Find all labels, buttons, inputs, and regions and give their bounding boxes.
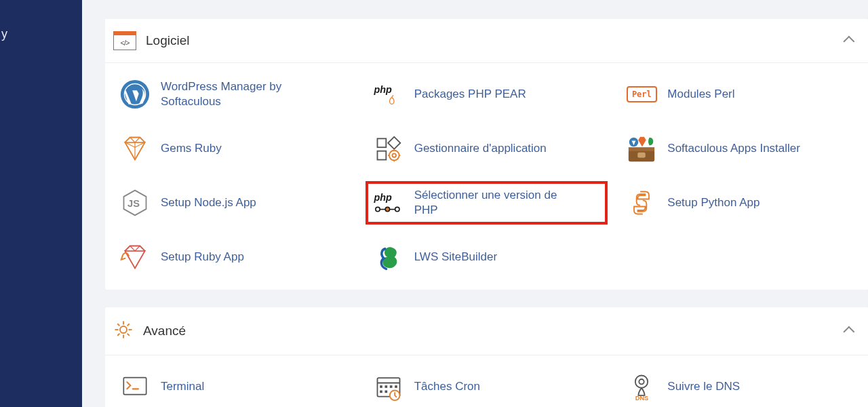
svg-line-28 <box>127 324 130 326</box>
main-content: Logiciel WordPress Manager by Softaculou… <box>82 0 868 407</box>
sitebuilder-icon <box>372 241 405 273</box>
item-setup-python[interactable]: Setup Python App <box>621 184 859 222</box>
svg-point-40 <box>639 379 644 384</box>
python-icon <box>625 187 658 219</box>
php-select-icon: php <box>372 187 405 219</box>
item-label: Setup Ruby App <box>161 250 244 265</box>
svg-point-15 <box>375 207 379 211</box>
softaculous-icon <box>625 132 658 165</box>
sidebar-text-fragment: y <box>0 27 82 41</box>
item-gems-ruby[interactable]: Gems Ruby <box>115 130 352 168</box>
item-label: Suivre le DNS <box>667 379 740 394</box>
svg-rect-37 <box>384 391 387 393</box>
php-pear-icon: php <box>372 78 405 111</box>
svg-line-26 <box>127 334 130 336</box>
chevron-up-icon[interactable] <box>846 326 854 336</box>
item-setup-nodejs[interactable]: JS Setup Node.js App <box>115 184 352 222</box>
svg-rect-34 <box>389 385 392 388</box>
svg-line-27 <box>117 334 119 336</box>
item-label: Softaculous Apps Installer <box>667 141 800 156</box>
svg-rect-6 <box>377 151 386 160</box>
item-app-manager[interactable]: Gestionnaire d'application <box>368 130 606 168</box>
cron-icon <box>372 370 405 403</box>
dns-icon: DNS <box>625 370 658 403</box>
item-terminal[interactable]: Terminal <box>115 368 352 406</box>
svg-point-17 <box>395 207 399 211</box>
terminal-icon <box>119 370 151 403</box>
ruby-setup-icon <box>119 241 151 273</box>
item-lws-sitebuilder[interactable]: LWS SiteBuilder <box>368 238 606 276</box>
item-softaculous-installer[interactable]: Softaculous Apps Installer <box>621 130 859 168</box>
perl-icon: Perl <box>625 78 658 111</box>
svg-rect-32 <box>380 385 382 388</box>
item-php-version-select[interactable]: php Sélectionner une version de PHP <box>368 184 606 222</box>
svg-rect-11 <box>638 153 646 158</box>
panel-avance: Avancé Terminal <box>105 307 868 407</box>
item-label: Sélectionner une version de PHP <box>414 188 564 218</box>
svg-text:JS: JS <box>127 198 140 209</box>
ruby-gem-icon <box>119 132 151 165</box>
item-label: Gems Ruby <box>161 141 222 156</box>
svg-rect-29 <box>123 378 146 395</box>
nodejs-icon: JS <box>119 187 151 219</box>
item-label: LWS SiteBuilder <box>414 250 498 265</box>
svg-rect-10 <box>629 147 654 151</box>
code-window-icon <box>113 31 136 50</box>
svg-point-20 <box>120 326 127 333</box>
svg-text:php: php <box>373 84 392 95</box>
svg-line-25 <box>117 324 119 326</box>
svg-rect-33 <box>384 385 387 388</box>
svg-rect-36 <box>380 391 382 393</box>
item-label: Tâches Cron <box>414 379 480 394</box>
panel-logiciel-header[interactable]: Logiciel <box>105 19 868 63</box>
item-label: Setup Python App <box>667 195 760 210</box>
svg-point-8 <box>392 153 396 157</box>
panel-logiciel: Logiciel WordPress Manager by Softaculou… <box>105 19 868 290</box>
app-manager-icon <box>372 132 405 165</box>
item-label: Gestionnaire d'application <box>414 141 547 156</box>
panel-logiciel-title: Logiciel <box>146 33 189 48</box>
chevron-up-icon[interactable] <box>846 35 854 46</box>
item-track-dns[interactable]: DNS Suivre le DNS <box>621 368 859 406</box>
item-label: Modules Perl <box>667 87 734 102</box>
wordpress-icon <box>119 78 151 111</box>
item-label: Packages PHP PEAR <box>414 87 526 102</box>
item-cron-tasks[interactable]: Tâches Cron <box>368 368 606 406</box>
gear-icon <box>113 319 134 343</box>
svg-point-16 <box>385 207 389 211</box>
item-setup-ruby[interactable]: Setup Ruby App <box>115 238 352 276</box>
panel-avance-title: Avancé <box>143 324 186 338</box>
sidebar: y <box>0 0 82 407</box>
svg-text:php: php <box>373 192 392 203</box>
item-wordpress-manager[interactable]: WordPress Manager by Softaculous <box>115 75 352 113</box>
item-php-pear[interactable]: php Packages PHP PEAR <box>368 75 606 113</box>
svg-rect-35 <box>395 385 397 388</box>
panel-avance-header[interactable]: Avancé <box>105 307 868 355</box>
svg-point-39 <box>635 376 648 388</box>
svg-rect-4 <box>377 138 386 147</box>
item-label: Setup Node.js App <box>161 195 256 210</box>
item-perl-modules[interactable]: Perl Modules Perl <box>621 75 859 113</box>
item-label: Terminal <box>161 379 204 394</box>
svg-text:DNS: DNS <box>635 395 648 402</box>
svg-rect-5 <box>388 137 400 149</box>
item-label: WordPress Manager by Softaculous <box>161 79 310 109</box>
